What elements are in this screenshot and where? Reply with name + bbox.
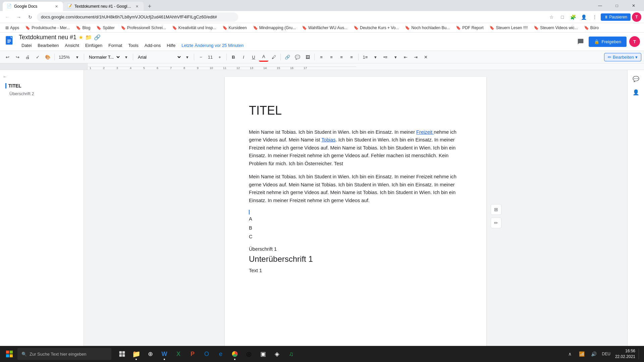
bullet-list-button[interactable]: •≡ xyxy=(381,52,390,62)
print-button[interactable]: 🖨 xyxy=(23,52,32,62)
align-center-button[interactable]: ≡ xyxy=(327,52,336,62)
sidebar-item-h2[interactable]: Überschrift 2 xyxy=(3,90,81,98)
decrease-indent-button[interactable]: ⇤ xyxy=(401,52,410,62)
tobias-link[interactable]: Tobias xyxy=(321,137,335,142)
taskbar-excel[interactable]: X xyxy=(172,347,185,361)
font-size-increase[interactable]: + xyxy=(215,52,224,62)
zoom-dropdown-button[interactable]: ▾ xyxy=(72,52,82,62)
menu-hilfe[interactable]: Hilfe xyxy=(164,42,178,49)
bookmark-steuern-videos[interactable]: 🔖 Steuern Videos wic... xyxy=(531,25,581,31)
taskbar-outlook[interactable]: O xyxy=(200,347,213,361)
docs-content-area[interactable]: TITEL Mein Name ist Tobias. Ich bin Stud… xyxy=(84,70,627,362)
insert-link-button[interactable]: 🔗 xyxy=(283,52,292,62)
tab-google-docs[interactable]: 📄 Google Docs ✕ xyxy=(3,2,63,11)
numbered-list-button[interactable]: 1≡ xyxy=(361,52,370,62)
zoom-level[interactable]: 125% xyxy=(57,55,72,60)
taskbar-app1[interactable]: ▣ xyxy=(256,347,270,361)
taskbar-search-bar[interactable]: 🔍 Zur Suche Text hier eingeben xyxy=(17,348,111,360)
taskbar-language[interactable]: DEU xyxy=(601,352,612,356)
list-item-c[interactable]: C xyxy=(249,232,462,241)
profile-icon[interactable]: 👤 xyxy=(579,12,589,22)
new-tab-button[interactable]: + xyxy=(145,2,154,11)
paragraph-style-dropdown[interactable]: ▾ xyxy=(121,52,131,62)
last-saved-link[interactable]: Letzte Änderung vor 25 Minuten xyxy=(179,42,246,49)
taskbar-volume-icon[interactable]: 🔊 xyxy=(589,349,599,359)
menu-format[interactable]: Format xyxy=(106,42,125,49)
maximize-button[interactable]: □ xyxy=(609,1,625,10)
edit-float-icon[interactable]: ✏ xyxy=(491,218,501,228)
heading-1[interactable]: Überschrift 1 xyxy=(249,246,462,252)
taskbar-microsoft-365[interactable]: ⊕ xyxy=(144,347,157,361)
bookmark-apps[interactable]: ⊞ Apps xyxy=(3,25,22,31)
increase-indent-button[interactable]: ⇥ xyxy=(411,52,420,62)
paragraph-2[interactable]: Mein Name ist Tobias. Ich bin Student in… xyxy=(249,173,462,204)
bookmark-kreativität[interactable]: 🔖 Kreativität und Insp... xyxy=(169,25,219,31)
taskbar-show-desktop[interactable] xyxy=(639,349,641,359)
menu-bearbeiten[interactable]: Bearbeiten xyxy=(35,42,61,49)
screenshot-icon[interactable]: □ xyxy=(558,12,567,22)
bookmark-mindmapping[interactable]: 🔖 Mindmapping (Gru... xyxy=(250,25,299,31)
menu-ansicht[interactable]: Ansicht xyxy=(62,42,82,49)
list-section[interactable]: A B C xyxy=(249,210,462,241)
bookmark-pdf-report[interactable]: 🔖 PDF Report xyxy=(453,25,486,31)
taskbar-network-icon[interactable]: 📶 xyxy=(577,349,587,359)
font-size-decrease[interactable]: − xyxy=(196,52,206,62)
align-justify-button[interactable]: ≡ xyxy=(347,52,356,62)
insert-image-button[interactable]: 🖼 xyxy=(303,52,312,62)
bookmark-noch-hochladen[interactable]: 🔖 Noch hochladen Bu... xyxy=(402,25,452,31)
menu-add-ons[interactable]: Add-ons xyxy=(142,42,163,49)
right-panel-user-icon[interactable]: 👤 xyxy=(630,86,642,98)
comments-button[interactable] xyxy=(575,36,586,47)
paragraph-style-select[interactable]: Normaler T... Titel Überschrift 1 xyxy=(86,53,121,61)
italic-button[interactable]: I xyxy=(239,52,248,62)
redo-button[interactable]: ↪ xyxy=(13,52,22,62)
docs-filename[interactable]: Textdokument neu #1 xyxy=(19,34,76,41)
list-item-a[interactable]: A xyxy=(249,215,462,223)
taskbar-chrome[interactable] xyxy=(228,347,241,361)
text-color-button[interactable]: A xyxy=(259,52,268,62)
bookmark-star-icon[interactable]: ☆ xyxy=(547,12,556,22)
taskbar-powerpoint[interactable]: P xyxy=(186,347,199,361)
underline-button[interactable]: U xyxy=(249,52,258,62)
taskbar-app2[interactable]: ◈ xyxy=(270,347,284,361)
taskbar-clock[interactable]: 16:56 22.02.2021 xyxy=(613,348,637,360)
bookmark-wahlfächer[interactable]: 🔖 Wahlfächer WU Aus... xyxy=(299,25,350,31)
align-right-button[interactable]: ≡ xyxy=(337,52,346,62)
chrome-settings-icon[interactable]: ⋮ xyxy=(590,12,599,22)
tab-close-textdokument[interactable]: ✕ xyxy=(134,4,140,9)
star-icon[interactable]: ★ xyxy=(78,34,83,41)
bookmark-professionell[interactable]: 🔖 Professionell Schrei... xyxy=(118,25,169,31)
bookmark-blog[interactable]: 🔖 Blog xyxy=(73,25,93,31)
refresh-button[interactable]: ↻ xyxy=(25,12,35,22)
menu-datei[interactable]: Datei xyxy=(19,42,34,49)
list-item-b[interactable]: B xyxy=(249,224,462,232)
pausieren-button[interactable]: ⏸ Pausieren xyxy=(601,13,631,21)
subheading-1[interactable]: Unterüberschrift 1 xyxy=(249,254,462,264)
tab-textdokument[interactable]: 📝 Textdokument neu #1 - Google ... ✕ xyxy=(63,2,144,11)
folder-icon[interactable]: 📁 xyxy=(85,34,92,41)
minimize-button[interactable]: — xyxy=(592,1,608,10)
bookmark-büro[interactable]: 🔖 Büro xyxy=(581,25,601,31)
right-panel-chat-icon[interactable]: 💬 xyxy=(630,73,642,85)
font-select[interactable]: Arial Times New Roman xyxy=(135,53,182,61)
bullet-list-dropdown[interactable]: ▾ xyxy=(391,52,400,62)
close-button[interactable]: ✕ xyxy=(626,1,641,10)
document-title[interactable]: TITEL xyxy=(249,104,462,118)
taskbar-show-hidden-icons[interactable]: ∧ xyxy=(565,349,575,359)
taskbar-task-view[interactable] xyxy=(115,347,129,361)
freizeit-link[interactable]: Freizeit xyxy=(416,129,434,135)
taskbar-chrome-2[interactable]: ◎ xyxy=(242,347,256,361)
chrome-extension-icon[interactable]: 🧩 xyxy=(569,12,578,22)
taskbar-spotify[interactable]: ♫ xyxy=(284,347,298,361)
clear-formatting-button[interactable]: ✕ xyxy=(421,52,430,62)
insert-comment-button[interactable]: 💬 xyxy=(293,52,302,62)
numbered-list-dropdown[interactable]: ▾ xyxy=(371,52,380,62)
paint-format-button[interactable]: 🎨 xyxy=(43,52,52,62)
bearbeiten-mode-button[interactable]: ✏ Bearbeiten ▾ xyxy=(604,53,641,61)
font-dropdown[interactable]: ▾ xyxy=(182,52,192,62)
highlight-button[interactable]: 🖊 xyxy=(269,52,278,62)
forward-button[interactable]: → xyxy=(14,12,23,22)
address-input[interactable] xyxy=(37,12,238,22)
sidebar-item-title[interactable]: TITEL xyxy=(3,82,81,90)
tab-close-google-docs[interactable]: ✕ xyxy=(54,4,59,9)
